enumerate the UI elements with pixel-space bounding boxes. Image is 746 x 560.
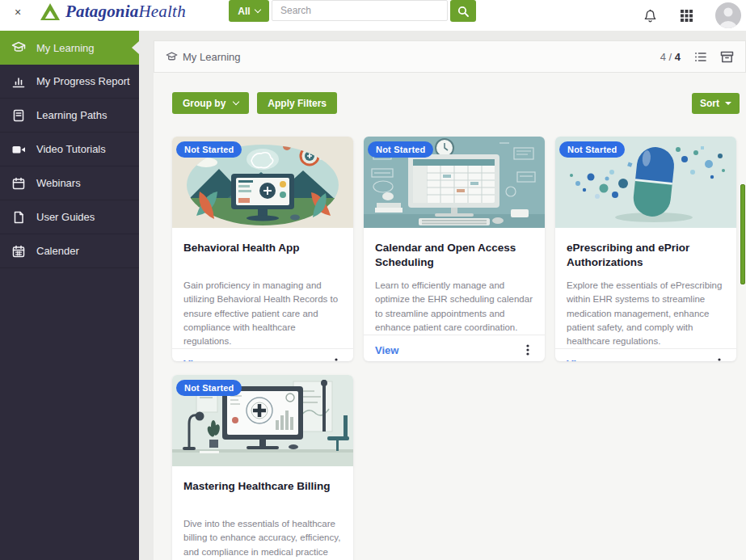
- brand-name-light: Health: [138, 2, 185, 21]
- course-title: Mastering Healthcare Billing: [183, 479, 342, 517]
- apply-filters-button[interactable]: Apply Filters: [257, 92, 337, 114]
- sidebar-item-label: My Learning: [36, 42, 95, 54]
- sort-dropdown[interactable]: Sort: [692, 93, 740, 114]
- user-avatar[interactable]: [715, 2, 741, 28]
- course-thumbnail[interactable]: Not Started: [555, 137, 736, 228]
- sidebar: My Learning My Progress Report Learning …: [0, 31, 139, 560]
- view-link[interactable]: View: [567, 358, 590, 361]
- group-by-dropdown[interactable]: Group by: [172, 92, 249, 114]
- course-title: Behavioral Health App: [183, 241, 342, 279]
- main-panel: My Learning 4 / 4 Group by Apply Filters: [154, 40, 746, 560]
- calendar-grid-icon: [11, 244, 26, 259]
- sidebar-item-video-tutorials[interactable]: Video Tutorials: [0, 133, 139, 166]
- sidebar-item-label: My Progress Report: [36, 75, 130, 87]
- group-by-label: Group by: [183, 98, 225, 109]
- view-link[interactable]: View: [183, 358, 207, 361]
- course-thumbnail[interactable]: Not Started: [172, 375, 353, 466]
- notifications-bell-icon[interactable]: [643, 8, 658, 23]
- kebab-menu-icon[interactable]: [522, 343, 533, 356]
- search-category-label: All: [238, 6, 250, 17]
- course-card-footer: View: [555, 348, 736, 361]
- item-count: 4 / 4: [660, 51, 681, 63]
- count-separator: /: [669, 51, 672, 63]
- sidebar-item-my-progress-report[interactable]: My Progress Report: [0, 65, 139, 99]
- sort-label: Sort: [700, 98, 719, 109]
- search-button[interactable]: [450, 0, 476, 22]
- book-icon: [11, 108, 26, 123]
- calendar-icon: [11, 176, 26, 191]
- toolbar: Group by Apply Filters Sort: [172, 92, 740, 114]
- brand-name: PatagoniaHealth: [65, 2, 186, 22]
- course-thumbnail[interactable]: Not Started: [364, 137, 545, 228]
- course-card-footer: View: [364, 335, 545, 361]
- sidebar-item-webinars[interactable]: Webinars: [0, 166, 139, 200]
- panel-header: My Learning 4 / 4: [154, 40, 746, 73]
- view-link[interactable]: View: [375, 344, 398, 356]
- course-card: Not Started Calendar and Open Access Sch…: [364, 137, 545, 361]
- kebab-menu-icon[interactable]: [714, 357, 725, 361]
- sidebar-item-label: Calender: [36, 245, 79, 257]
- sidebar-item-learning-paths[interactable]: Learning Paths: [0, 99, 139, 133]
- scrollbar-thumb[interactable]: [740, 184, 745, 284]
- course-card: Not Started Mastering Healthcare Billing…: [172, 375, 353, 560]
- brand-triangle-icon: [40, 2, 60, 21]
- count-current: 4: [660, 51, 666, 63]
- video-camera-icon: [11, 142, 26, 157]
- course-description: Dive into the essentials of healthcare b…: [183, 517, 342, 560]
- chevron-down-icon: [233, 99, 239, 105]
- course-description: Learn to efficiently manage and optimize…: [375, 279, 533, 335]
- course-card-body: Behavioral Health App Gain proficiency i…: [172, 228, 353, 348]
- course-title: Calendar and Open Access Scheduling: [375, 241, 533, 279]
- course-description: Explore the essentials of ePrescribing w…: [567, 279, 725, 348]
- apply-filters-label: Apply Filters: [268, 98, 327, 109]
- apps-grid-icon[interactable]: [681, 10, 693, 22]
- status-badge: Not Started: [176, 380, 242, 396]
- sidebar-item-label: Video Tutorials: [36, 143, 106, 155]
- page-title-label: My Learning: [183, 51, 241, 63]
- course-card: Not Started ePrescribing and ePrior Auth…: [555, 137, 736, 361]
- course-card-footer: View: [172, 348, 353, 361]
- chevron-down-icon: [254, 6, 260, 13]
- course-card-grid: Not Started Behavioral Health App Gain p…: [172, 137, 738, 560]
- kebab-menu-icon[interactable]: [331, 357, 342, 361]
- course-thumbnail[interactable]: Not Started: [172, 137, 353, 228]
- brand-logo[interactable]: PatagoniaHealth: [40, 2, 186, 22]
- document-icon: [11, 210, 26, 225]
- course-card-body: Mastering Healthcare Billing Dive into t…: [172, 466, 353, 560]
- sidebar-item-calender[interactable]: Calender: [0, 234, 139, 268]
- course-title: ePrescribing and ePrior Authorizations: [567, 241, 725, 279]
- brand-name-bold: Patagonia: [65, 2, 138, 21]
- graduation-cap-icon: [166, 51, 178, 63]
- caret-down-icon: [725, 102, 731, 108]
- status-badge: Not Started: [368, 141, 433, 158]
- page-title: My Learning: [166, 51, 241, 63]
- course-card-body: Calendar and Open Access Scheduling Lear…: [364, 228, 545, 335]
- status-badge: Not Started: [559, 141, 625, 158]
- search-icon: [457, 5, 470, 18]
- close-icon[interactable]: ×: [15, 6, 21, 18]
- course-description: Gain proficiency in managing and utilizi…: [183, 279, 342, 348]
- graduation-cap-icon: [11, 40, 26, 55]
- search-category-dropdown[interactable]: All: [229, 0, 269, 22]
- course-card: Not Started Behavioral Health App Gain p…: [172, 137, 353, 361]
- sidebar-item-label: User Guides: [36, 211, 95, 223]
- sidebar-item-label: Learning Paths: [36, 109, 107, 121]
- bar-chart-icon: [11, 74, 26, 89]
- card-view-icon[interactable]: [720, 50, 734, 64]
- sidebar-item-my-learning[interactable]: My Learning: [0, 31, 139, 65]
- sidebar-item-user-guides[interactable]: User Guides: [0, 200, 139, 234]
- status-badge: Not Started: [176, 141, 242, 158]
- course-card-body: ePrescribing and ePrior Authorizations E…: [555, 228, 736, 348]
- count-total: 4: [675, 51, 681, 63]
- topbar: × PatagoniaHealth All: [0, 0, 746, 31]
- search-input[interactable]: [272, 0, 448, 21]
- sidebar-item-label: Webinars: [36, 177, 81, 189]
- list-view-icon[interactable]: [693, 50, 707, 64]
